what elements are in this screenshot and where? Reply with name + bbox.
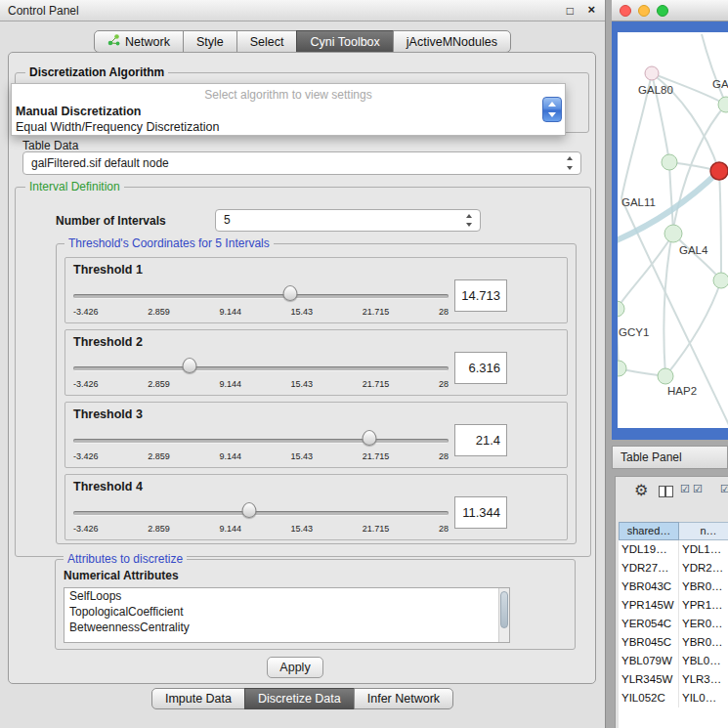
slider-track[interactable]: [73, 439, 449, 444]
cell-shared-name[interactable]: YIL052C: [619, 689, 679, 707]
checkbox-icon[interactable]: ☑: [720, 483, 728, 495]
slider-thumb[interactable]: [282, 285, 297, 301]
network-node-selected[interactable]: [710, 162, 728, 180]
dropdown-option-manual-discretization[interactable]: Manual Discretization: [16, 105, 142, 118]
cell-shared-name[interactable]: YLR345W: [619, 670, 679, 689]
tab-cyni-toolbox[interactable]: Cyni Toolbox: [296, 30, 393, 53]
cell-name[interactable]: YIL0…: [679, 689, 728, 707]
table-row[interactable]: YLR345W YLR3…: [619, 670, 728, 689]
cell-shared-name[interactable]: YBL079W: [619, 652, 679, 670]
cell-name[interactable]: YER0…: [679, 615, 728, 633]
tick-label: 9.144: [219, 524, 241, 534]
tab-label: Cyni Toolbox: [310, 35, 379, 49]
table-row[interactable]: YDR27… YDR2…: [619, 559, 728, 578]
network-edge: [719, 171, 721, 280]
cell-shared-name[interactable]: YER054C: [619, 615, 679, 633]
threshold-3-slider[interactable]: -3.4262.8599.14415.4321.71528: [73, 428, 449, 465]
tab-label: Impute Data: [165, 692, 232, 706]
threshold-1-value-input[interactable]: 14.713: [454, 279, 507, 312]
zoom-button[interactable]: [657, 5, 668, 17]
minimize-button[interactable]: [638, 5, 650, 17]
network-canvas[interactable]: GAL80 GA GAL11 GAL4 GCY1 HAP2: [618, 32, 728, 428]
table-row[interactable]: YER054C YER0…: [619, 615, 728, 633]
tab-jactivemodules[interactable]: jActiveMNodules: [393, 30, 511, 53]
table-row[interactable]: YBR045C YBR0…: [619, 633, 728, 652]
node-label: GA: [712, 78, 728, 90]
control-panel-titlebar: Control Panel □ ×: [0, 0, 605, 21]
node-label: GAL11: [621, 196, 656, 208]
float-window-icon[interactable]: □: [567, 3, 574, 19]
column-layout-icon[interactable]: [659, 486, 673, 497]
network-node[interactable]: [718, 97, 728, 112]
slider-tick-labels: -3.4262.8599.14415.4321.71528: [73, 307, 449, 317]
tab-style[interactable]: Style: [183, 30, 237, 53]
combobox-stepper-icon[interactable]: [542, 97, 562, 122]
cell-shared-name[interactable]: YDL19…: [619, 540, 679, 559]
cell-name[interactable]: YLR3…: [679, 670, 728, 689]
network-node[interactable]: [618, 301, 624, 317]
threshold-2-value-input[interactable]: 6.316: [454, 352, 507, 384]
list-item[interactable]: BetweennessCentrality: [64, 620, 509, 635]
table-row[interactable]: YPR145W YPR1…: [619, 596, 728, 615]
settings-gear-icon[interactable]: ⚙: [634, 481, 648, 499]
tick-label: 9.144: [219, 451, 241, 461]
cell-name[interactable]: YDR2…: [679, 559, 728, 578]
tick-label: 15.43: [291, 379, 314, 389]
slider-thumb[interactable]: [242, 502, 257, 518]
list-item[interactable]: TopologicalCoefficient: [64, 604, 509, 620]
number-of-intervals-combobox[interactable]: 5: [215, 209, 481, 232]
table-row[interactable]: YDL19… YDL1…: [619, 540, 728, 559]
cell-shared-name[interactable]: YPR145W: [619, 596, 679, 615]
tab-select[interactable]: Select: [236, 30, 298, 53]
combobox-stepper-icon[interactable]: [564, 152, 576, 174]
network-node[interactable]: [713, 273, 728, 288]
network-node[interactable]: [664, 225, 682, 242]
tab-label: Infer Network: [367, 692, 440, 706]
cell-name[interactable]: YBL0…: [679, 652, 728, 670]
tick-label: 21.715: [363, 379, 390, 389]
group-title: Discretization Algorithm: [25, 65, 168, 79]
checkbox-icon[interactable]: ☑: [680, 483, 690, 495]
network-node[interactable]: [618, 361, 626, 376]
slider-track[interactable]: [73, 366, 449, 371]
threshold-3-value-input[interactable]: 21.4: [454, 424, 507, 456]
close-window-icon[interactable]: ×: [587, 2, 595, 18]
apply-button[interactable]: Apply: [267, 657, 323, 678]
cell-shared-name[interactable]: YBR043C: [619, 578, 679, 596]
cell-name[interactable]: YBR0…: [679, 633, 728, 652]
slider-track[interactable]: [73, 511, 449, 516]
tab-impute-data[interactable]: Impute Data: [151, 688, 245, 709]
attributes-scrollbar[interactable]: [498, 588, 509, 642]
cell-shared-name[interactable]: YDR27…: [619, 559, 679, 578]
table-data-combobox[interactable]: galFiltered.sif default node: [22, 151, 581, 175]
network-node[interactable]: [658, 368, 673, 384]
slider-track[interactable]: [73, 294, 449, 299]
column-header-name[interactable]: n…: [679, 522, 728, 540]
table-row[interactable]: YBR043C YBR0…: [619, 578, 728, 596]
list-item[interactable]: SelfLoops: [64, 588, 509, 604]
table-row[interactable]: YBL079W YBL0…: [619, 652, 728, 670]
column-header-shared-name[interactable]: shared…: [619, 522, 679, 540]
cell-name[interactable]: YBR0…: [679, 578, 728, 596]
network-node[interactable]: [662, 154, 677, 170]
numerical-attributes-list[interactable]: SelfLoopsTopologicalCoefficientBetweenne…: [64, 587, 510, 643]
checkbox-icon[interactable]: ☑: [693, 483, 703, 495]
cell-name[interactable]: YDL1…: [679, 540, 728, 559]
scrollbar-thumb[interactable]: [500, 591, 508, 628]
threshold-4-slider[interactable]: -3.4262.8599.14415.4321.71528: [73, 500, 449, 537]
dropdown-option-equal-width[interactable]: Equal Width/Frequency Discretization: [16, 120, 219, 134]
cell-name[interactable]: YPR1…: [679, 596, 728, 615]
table-row[interactable]: YIL052C YIL0…: [619, 689, 728, 707]
threshold-1-slider[interactable]: -3.4262.8599.14415.4321.71528: [73, 283, 449, 321]
threshold-2-slider[interactable]: -3.4262.8599.14415.4321.71528: [73, 356, 449, 393]
close-button[interactable]: [620, 5, 631, 17]
cell-shared-name[interactable]: YBR045C: [619, 633, 679, 652]
combobox-stepper-icon[interactable]: [463, 210, 475, 231]
slider-thumb[interactable]: [183, 358, 197, 373]
tab-infer-network[interactable]: Infer Network: [354, 688, 453, 709]
tab-network[interactable]: Network: [94, 30, 184, 53]
threshold-4-value-input[interactable]: 11.344: [454, 496, 507, 529]
network-node[interactable]: [645, 66, 659, 80]
tab-discretize-data[interactable]: Discretize Data: [244, 688, 355, 709]
slider-thumb[interactable]: [363, 430, 377, 446]
